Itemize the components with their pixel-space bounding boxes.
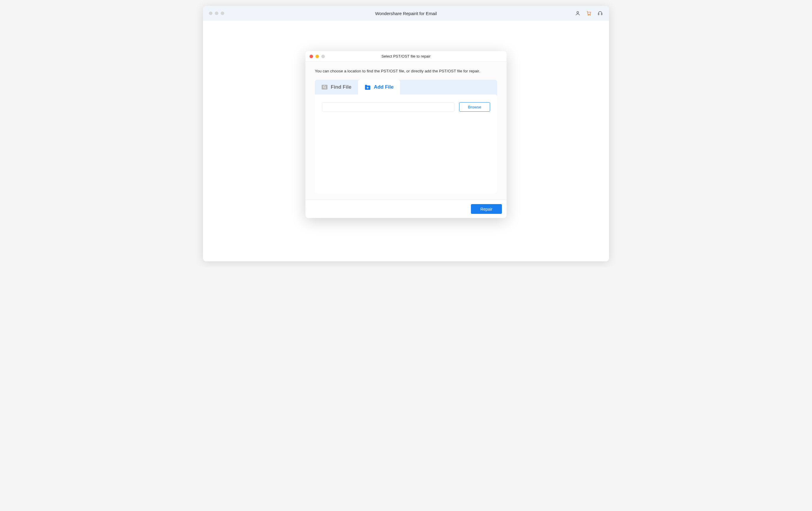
app-window: Wondershare Repairit for Email xyxy=(203,6,609,262)
close-window-button[interactable] xyxy=(310,55,313,58)
add-file-icon xyxy=(365,84,371,90)
browse-button[interactable]: Browse xyxy=(459,102,490,112)
tab-label: Find File xyxy=(331,84,351,90)
repair-button[interactable]: Repair xyxy=(471,204,502,214)
tab-add-file[interactable]: Add File xyxy=(358,80,400,95)
cart-icon[interactable] xyxy=(586,10,592,16)
header-icons xyxy=(575,10,603,16)
app-title: Wondershare Repairit for Email xyxy=(375,11,437,16)
support-icon[interactable] xyxy=(597,10,603,16)
dialog-title: Select PST/OST file to repair xyxy=(381,54,431,58)
maximize-window-button xyxy=(321,55,325,58)
main-traffic-lights xyxy=(209,11,224,15)
traffic-light-disabled xyxy=(221,11,224,15)
dialog-content: You can choose a location to find the PS… xyxy=(306,62,506,200)
svg-point-1 xyxy=(588,15,589,16)
svg-rect-3 xyxy=(598,13,599,15)
instruction-text: You can choose a location to find the PS… xyxy=(315,69,497,73)
file-path-input[interactable] xyxy=(322,102,455,112)
dialog-footer: Repair xyxy=(306,200,506,218)
tabs-container: Find File Add File xyxy=(315,80,497,194)
traffic-light-disabled xyxy=(215,11,219,15)
svg-rect-5 xyxy=(322,85,327,89)
file-input-row: Browse xyxy=(322,102,490,112)
tab-find-file[interactable]: Find File xyxy=(315,80,358,95)
minimize-window-button[interactable] xyxy=(315,55,319,58)
app-body: Select PST/OST file to repair You can ch… xyxy=(203,21,609,262)
dialog-traffic-lights xyxy=(310,55,325,58)
traffic-light-disabled xyxy=(209,11,212,15)
svg-point-2 xyxy=(590,15,590,16)
tab-label: Add File xyxy=(374,84,394,90)
tab-content-add-file: Browse xyxy=(315,95,497,194)
svg-rect-4 xyxy=(601,13,602,15)
dialog-titlebar: Select PST/OST file to repair xyxy=(306,51,506,62)
tabs-header: Find File Add File xyxy=(315,80,497,95)
svg-point-0 xyxy=(577,11,579,13)
account-icon[interactable] xyxy=(575,10,581,16)
select-file-dialog: Select PST/OST file to repair You can ch… xyxy=(306,51,506,218)
app-titlebar: Wondershare Repairit for Email xyxy=(203,6,609,21)
find-file-icon xyxy=(321,84,328,90)
